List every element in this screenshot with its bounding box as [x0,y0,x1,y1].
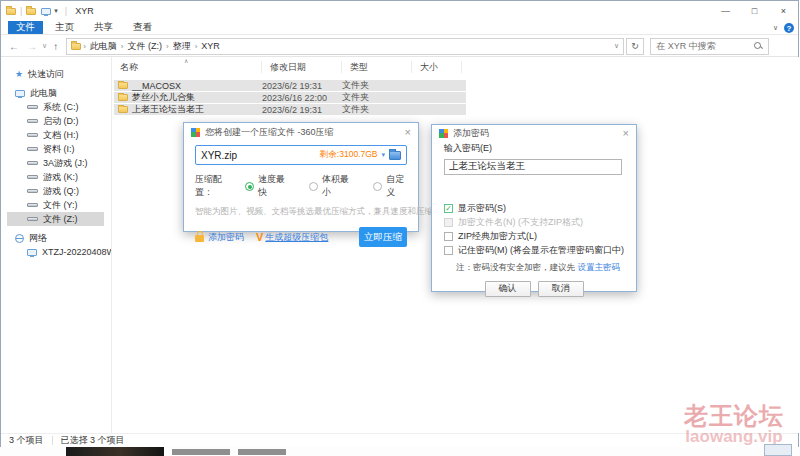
checkbox-icon[interactable] [444,246,453,255]
sidebar-item-drive-i[interactable]: 资料 (I:) [7,142,104,156]
archive-filename[interactable]: XYR.zip [201,150,316,161]
browse-folder-icon[interactable] [389,151,401,160]
radio-icon[interactable] [309,182,318,191]
background-window-strip [0,447,800,456]
checkbox-zip-classic[interactable]: ZIP经典加密方式(L) [444,230,624,244]
up-button[interactable]: ↑ [53,41,58,52]
sidebar-item-quick-access[interactable]: ★ 快速访问 [7,67,104,81]
item-count: 3 个项目 [9,434,44,447]
tab-home[interactable]: 主页 [47,21,82,34]
checkbox-remember-password[interactable]: 记住密码(M) (将会显示在管理密码窗口中) [444,244,624,258]
column-header-date[interactable]: 修改日期 [262,61,342,73]
ribbon-collapse-icon[interactable]: ∨ [773,24,778,32]
background-text-fragment [172,449,230,455]
tab-file[interactable]: 文件 [8,21,43,34]
confirm-button[interactable]: 确认 [485,281,531,297]
sidebar-item-network[interactable]: 网络 [7,231,104,245]
breadcrumb-drive-z[interactable]: 文件 (Z:) [125,40,164,53]
cancel-button[interactable]: 取消 [538,281,584,297]
refresh-button[interactable]: ↻ [626,38,644,55]
drive-icon [27,175,38,179]
qat-customize-caret-icon[interactable]: ▾ [54,7,58,15]
table-row[interactable]: 梦丝小允儿合集 2023/6/16 22:00 文件夹 [114,92,466,103]
computer-icon [27,249,37,256]
password-input[interactable] [444,159,622,175]
qat-properties-icon[interactable] [41,8,51,15]
compress-now-button[interactable]: 立即压缩 [359,227,407,247]
option-label: 速度最快 [258,173,286,199]
drive-icon [27,119,38,123]
360zip-logo-icon [439,129,448,138]
status-bar: 3 个项目 已选择 3 个项目 [1,433,798,447]
ribbon-tabs: 文件 主页 共享 查看 [1,21,798,35]
computer-icon [15,90,25,97]
drive-icon [27,105,38,109]
checkbox-show-password[interactable]: ✓ 显示密码(S) [444,202,624,216]
super-v-icon: V [256,231,263,243]
checkbox-icon[interactable] [444,232,453,241]
sidebar-label: 游戏 (K:) [43,171,78,184]
address-folder-icon [71,43,81,50]
chevron-down-icon[interactable]: ▾ [381,151,385,159]
sidebar-item-network-pc[interactable]: XTZJ-20220408WA [7,245,104,259]
sidebar-item-drive-h[interactable]: 文档 (H:) [7,128,104,142]
column-header-size[interactable]: 大小 [412,61,462,73]
table-row[interactable]: 上老王论坛当老王 2023/6/2 19:31 文件夹 [114,104,466,115]
option-custom[interactable]: 自定义 [373,173,407,199]
close-icon[interactable]: × [405,127,411,138]
password-dialog-titlebar: 添加密码 × [432,125,636,141]
sidebar-label: 文件 (Y:) [43,199,78,212]
sidebar-label: 快速访问 [28,68,64,81]
maximize-button[interactable]: □ [740,1,769,21]
breadcrumb-organize[interactable]: 整理 [171,40,193,53]
compress-hint: 智能为图片、视频、文档等挑选最优压缩方式，兼具速度和压缩率 [195,206,407,218]
password-dialog-title: 添加密码 [453,127,489,140]
super-package-link[interactable]: 生成超级压缩包 [265,231,328,244]
checkbox-checked-icon[interactable]: ✓ [444,204,453,213]
sidebar-item-drive-j[interactable]: 3A游戏 (J:) [7,156,104,170]
sidebar-item-this-pc[interactable]: 此电脑 [7,86,104,100]
search-input[interactable] [656,41,754,51]
forward-button[interactable]: → [27,41,37,52]
option-smallest[interactable]: 体积最小 [309,173,350,199]
breadcrumb-xyr[interactable]: XYR [199,41,222,51]
option-label: 自定义 [386,173,407,199]
sort-caret-icon: ∧ [184,57,188,64]
sidebar-item-drive-q[interactable]: 游戏 (Q:) [7,184,104,198]
back-button[interactable]: ← [9,41,19,52]
network-icon [15,234,24,243]
minimize-button[interactable]: — [711,1,740,21]
qat-folder-icon[interactable] [26,8,36,15]
window-title: XYR [75,6,94,16]
checkbox-label: ZIP经典加密方式(L) [458,230,537,243]
table-row[interactable]: __MACOSX 2023/6/2 19:31 文件夹 [114,80,466,91]
help-icon[interactable]: ? [784,23,794,33]
sidebar-item-drive-y[interactable]: 文件 (Y:) [7,198,104,212]
address-bar[interactable]: › 此电脑 › 文件 (Z:) › 整理 › XYR ∨ [66,38,624,55]
crumb-separator: › [81,42,88,51]
add-password-link[interactable]: 添加密码 [208,231,244,244]
ribbon-right-controls: ∨ ? [773,21,794,35]
window-controls: — □ × [711,1,798,21]
set-master-password-link[interactable]: 设置主密码 [577,262,620,272]
address-dropdown-icon[interactable]: ∨ [614,42,619,50]
sidebar-item-drive-c[interactable]: 系统 (C:) [7,100,104,114]
column-header-type[interactable]: 类型 [342,61,412,73]
archive-name-field[interactable]: XYR.zip 剩余:3100.7GB ▾ [195,145,407,165]
radio-icon[interactable] [373,182,382,191]
recent-locations-icon[interactable]: ∨ [42,42,47,50]
sidebar-item-drive-k[interactable]: 游戏 (K:) [7,170,104,184]
tab-share[interactable]: 共享 [86,21,121,34]
radio-selected-icon[interactable] [245,182,254,191]
sidebar-label: XTZJ-20220408WA [42,247,121,257]
option-fastest[interactable]: 速度最快 [245,173,286,199]
sidebar-item-drive-z[interactable]: 文件 (Z:) [7,212,104,226]
close-icon[interactable]: × [623,128,629,139]
tab-view[interactable]: 查看 [125,21,160,34]
close-button[interactable]: × [769,1,798,21]
breadcrumb-this-pc[interactable]: 此电脑 [88,40,119,53]
crumb-separator: › [164,42,171,51]
sidebar-item-drive-d[interactable]: 启动 (D:) [7,114,104,128]
star-icon: ★ [15,70,23,79]
search-box[interactable] [650,38,769,55]
